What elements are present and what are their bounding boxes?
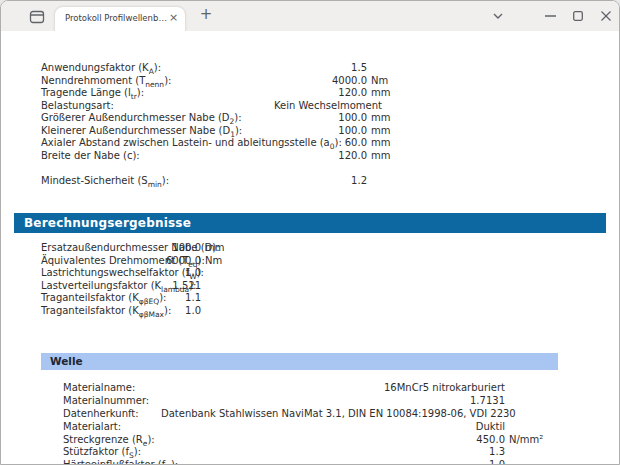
table-row: Lastverteilungsfaktor (Klambda):1.521 bbox=[1, 280, 619, 293]
browser-tab[interactable]: Protokoll Profilwellenberechnung n × bbox=[55, 7, 185, 31]
row-label: Stützfaktor (fS): bbox=[63, 446, 141, 457]
table-row: Stützfaktor (fS):1.3 bbox=[1, 446, 619, 459]
table-row: Axialer Abstand zwischen Lastein- und ab… bbox=[1, 137, 619, 150]
section-header-results: Berechnungsergebnisse bbox=[14, 213, 606, 233]
row-label: Materialname: bbox=[63, 382, 135, 393]
minimize-button[interactable] bbox=[535, 1, 565, 30]
table-row: Materialname:16MnCr5 nitrokarburiert bbox=[1, 382, 619, 395]
row-value: 4000.0 bbox=[161, 75, 367, 86]
shaft-material-table: Materialname:16MnCr5 nitrokarburiertMate… bbox=[1, 382, 619, 465]
row-label: Tragende Länge (ltr): bbox=[41, 87, 144, 98]
row-unit: Nm bbox=[205, 255, 222, 266]
row-label: Streckgrenze (Re): bbox=[63, 434, 155, 445]
table-row: Anwendungsfaktor (KA):1.5 bbox=[1, 62, 619, 75]
table-row: Datenherkunft:Datenbank Stahlwissen Navi… bbox=[1, 408, 619, 421]
row-value: 1.5 bbox=[161, 62, 367, 73]
row-label: Materialnummer: bbox=[63, 395, 149, 406]
row-label: Anwendungsfaktor (KA): bbox=[41, 62, 161, 73]
table-row: Härteeinflußfaktor (fH):1.0 bbox=[1, 459, 619, 465]
row-value: 1.0 bbox=[161, 459, 505, 465]
table-row: Kleinerer Außendurchmesser Nabe (D1):100… bbox=[1, 125, 619, 138]
row-value: Kein Wechselmoment bbox=[161, 100, 382, 111]
table-row: Traganteilsfaktor (KφβEQ):1.1 bbox=[1, 292, 619, 305]
row-value: 120.0 bbox=[161, 150, 367, 161]
row-value: 1.7131 bbox=[161, 395, 505, 406]
row-label: Breite der Nabe (c): bbox=[41, 150, 140, 161]
table-row: Materialnummer:1.7131 bbox=[1, 395, 619, 408]
table-row: Äquivalentes Drehmoment (Teq):6000.0Nm bbox=[1, 255, 619, 268]
row-unit: Nm bbox=[371, 75, 388, 86]
row-unit: mm bbox=[371, 150, 390, 161]
table-row: Größerer Außendurchmesser Nabe (D2):100.… bbox=[1, 112, 619, 125]
table-row: Ersatzaußendurchmesser Nabe (D):100.0mm bbox=[1, 242, 619, 255]
row-value: 1.521 bbox=[61, 280, 201, 291]
row-value: 120.0 bbox=[161, 87, 367, 98]
row-value: 100.0 bbox=[161, 125, 367, 136]
row-value: Duktil bbox=[161, 421, 505, 432]
tab-title: Protokoll Profilwellenberechnung n bbox=[65, 13, 167, 23]
row-label: Nenndrehmoment (Tnenn): bbox=[41, 75, 171, 86]
row-unit: N/mm² bbox=[509, 434, 543, 445]
row-value: 1.1 bbox=[61, 292, 201, 303]
table-row: Tragende Länge (ltr):120.0mm bbox=[1, 87, 619, 100]
table-row: Streckgrenze (Re):450.0N/mm² bbox=[1, 434, 619, 447]
table-row: Nenndrehmoment (Tnenn):4000.0Nm bbox=[1, 75, 619, 88]
maximize-button[interactable] bbox=[563, 1, 593, 30]
tab-close-icon[interactable]: × bbox=[167, 12, 180, 25]
row-label: Belastungsart: bbox=[41, 100, 114, 111]
row-value: 1.0 bbox=[61, 305, 201, 316]
row-unit: mm bbox=[371, 87, 390, 98]
input-parameters-table: Anwendungsfaktor (KA):1.5Nenndrehmoment … bbox=[1, 62, 619, 188]
browser-window: Protokoll Profilwellenberechnung n × + A… bbox=[0, 0, 620, 465]
row-value: 1.0 bbox=[61, 267, 201, 278]
row-value: 6000.0 bbox=[61, 255, 201, 266]
close-button[interactable] bbox=[591, 1, 620, 30]
row-unit: mm bbox=[205, 242, 224, 253]
row-value: 16MnCr5 nitrokarburiert bbox=[161, 382, 505, 393]
tab-bar: Protokoll Profilwellenberechnung n × + bbox=[1, 1, 619, 31]
row-value: 100.0 bbox=[61, 242, 201, 253]
row-unit: mm bbox=[371, 112, 390, 123]
row-value: Datenbank Stahlwissen NaviMat 3.1, DIN E… bbox=[161, 408, 505, 419]
row-value: 450.0 bbox=[161, 434, 505, 445]
report-page: Anwendungsfaktor (KA):1.5Nenndrehmoment … bbox=[1, 31, 619, 464]
row-value: 1.3 bbox=[161, 446, 505, 457]
row-label: Datenherkunft: bbox=[63, 408, 139, 419]
new-tab-button[interactable]: + bbox=[197, 6, 215, 24]
table-row: Materialart:Duktil bbox=[1, 421, 619, 434]
table-row: Lastrichtungswechselfaktor (fW):1.0 bbox=[1, 267, 619, 280]
table-row: Belastungsart:Kein Wechselmoment bbox=[1, 100, 619, 113]
table-row: Mindest-Sicherheit (Smin):1.2 bbox=[1, 175, 619, 188]
tab-list-chevron-down-icon[interactable] bbox=[483, 1, 513, 30]
table-row: Breite der Nabe (c):120.0mm bbox=[1, 150, 619, 163]
results-table: Ersatzaußendurchmesser Nabe (D):100.0mmÄ… bbox=[1, 242, 619, 317]
table-row: Traganteilsfaktor (KφβMax):1.0 bbox=[1, 305, 619, 318]
row-unit: mm bbox=[371, 137, 390, 148]
row-label: Mindest-Sicherheit (Smin): bbox=[41, 175, 169, 186]
section-header-shaft: Welle bbox=[41, 353, 558, 370]
row-unit: mm bbox=[371, 125, 390, 136]
row-value: 100.0 bbox=[161, 112, 367, 123]
row-value: 1.2 bbox=[161, 175, 367, 186]
tab-actions-icon[interactable] bbox=[29, 9, 45, 23]
row-label: Materialart: bbox=[63, 421, 121, 432]
row-value: 60.0 bbox=[161, 137, 367, 148]
